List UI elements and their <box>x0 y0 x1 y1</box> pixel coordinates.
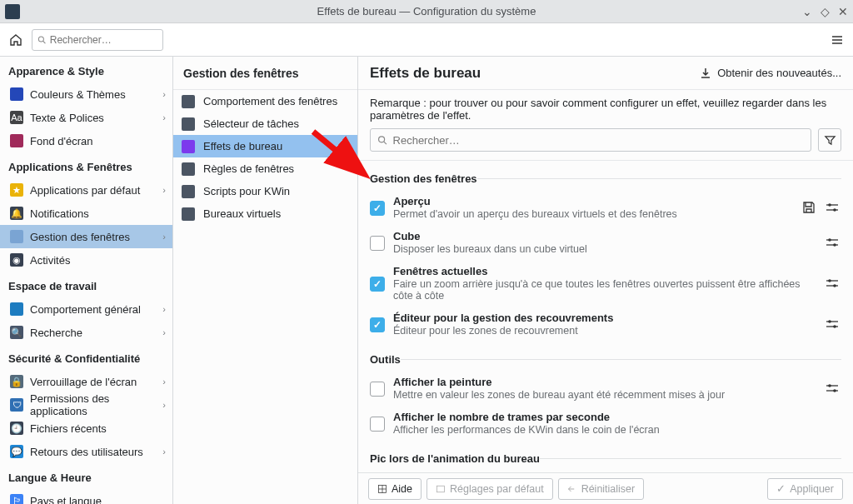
chevron-right-icon: › <box>162 89 166 99</box>
effects-list[interactable]: Gestion des fenêtresAperçuPermet d'avoir… <box>358 161 853 472</box>
svg-point-2 <box>379 136 385 142</box>
effect-checkbox[interactable] <box>370 201 385 216</box>
footer: Aide Réglages par défaut Réinitialiser ✓… <box>358 472 853 504</box>
effect-row: AperçuPermet d'avoir un aperçu des burea… <box>370 190 841 225</box>
reset-button[interactable]: Réinitialiser <box>558 478 645 500</box>
window-controls: ⌄ ◇ ✕ <box>802 5 848 18</box>
maximize-icon[interactable]: ◇ <box>821 5 830 18</box>
sidebar-item[interactable]: Comportement général› <box>0 297 172 321</box>
module-item-label: Comportement des fenêtres <box>203 95 349 107</box>
sidebar-item[interactable]: 🏳Pays et langue <box>0 489 172 504</box>
sidebar-item[interactable]: ◉Activités <box>0 248 172 272</box>
sidebar-item[interactable]: 🔒Verrouillage de l'écran› <box>0 370 172 393</box>
svg-line-1 <box>43 41 46 43</box>
toolbar-search[interactable] <box>32 29 163 51</box>
sidebar-item-label: Fond d'écran <box>30 135 166 147</box>
svg-line-3 <box>384 142 387 144</box>
effect-checkbox[interactable] <box>370 317 385 332</box>
apply-button[interactable]: ✓ Appliquer <box>767 478 843 500</box>
defaults-button[interactable]: Réglages par défaut <box>426 478 553 500</box>
effect-row: CubeDisposer les bureaux dans un cube vi… <box>370 225 841 260</box>
sidebar-item-icon: ★ <box>10 183 23 197</box>
effect-row: Éditeur pour la gestion des recouvrement… <box>370 307 841 342</box>
sidebar-item[interactable]: AaTexte & Polices› <box>0 106 172 129</box>
module-item[interactable]: Effets de bureau <box>173 135 357 157</box>
settings-icon[interactable] <box>823 274 841 292</box>
sidebar-item-label: Comportement général <box>30 303 156 316</box>
effect-row: Afficher le nombre de trames par seconde… <box>370 406 841 441</box>
sidebar-item-label: Recherche <box>30 327 156 339</box>
settings-icon[interactable] <box>823 198 841 217</box>
effects-search-input[interactable] <box>393 134 804 147</box>
module-item[interactable]: Bureaux virtuels <box>173 202 357 225</box>
module-item-label: Règles de fenêtres <box>203 162 349 175</box>
sidebar-item[interactable]: 🛡Permissions des applications› <box>0 393 172 417</box>
effect-checkbox[interactable] <box>370 417 385 432</box>
sidebar-item-icon <box>10 134 23 147</box>
chevron-right-icon: › <box>162 377 166 387</box>
effect-row: Les yeux sur l'écranAspirer les fenêtres… <box>370 470 841 472</box>
sidebar-item-icon <box>10 230 23 243</box>
sidebar-item-label: Retours des utilisateurs <box>30 446 156 458</box>
hamburger-button[interactable] <box>826 29 848 51</box>
module-item-icon <box>182 95 195 108</box>
effect-desc: Afficher les performances de KWin dans l… <box>393 424 841 436</box>
effect-checkbox[interactable] <box>370 382 385 397</box>
get-news-button[interactable]: Obtenir des nouveautés... <box>699 67 841 80</box>
chevron-right-icon: › <box>162 112 166 122</box>
section-title: Gestion des fenêtres <box>370 172 477 185</box>
effects-search[interactable] <box>370 128 811 152</box>
sidebar-item-icon <box>10 302 23 316</box>
close-icon[interactable]: ✕ <box>838 5 848 18</box>
sidebar-item[interactable]: Fond d'écran <box>0 129 172 152</box>
sidebar-item[interactable]: Gestion des fenêtres› <box>0 225 172 248</box>
effect-row: Fenêtres actuellesFaire un zoom arrière … <box>370 260 841 307</box>
top-toolbar <box>0 23 853 57</box>
effect-title: Cube <box>393 230 815 242</box>
sidebar-item-icon: 💬 <box>10 445 23 458</box>
home-button[interactable] <box>5 29 27 51</box>
window-title: Effets de bureau — Configuration du syst… <box>317 5 536 17</box>
module-sidebar: Gestion des fenêtres Comportement des fe… <box>173 57 358 504</box>
sidebar-item[interactable]: 🕘Fichiers récents <box>0 417 172 440</box>
module-item[interactable]: Sélecteur de tâches <box>173 112 357 135</box>
minimize-icon[interactable]: ⌄ <box>802 5 812 18</box>
module-item-icon <box>182 140 195 153</box>
filter-button[interactable] <box>818 128 841 152</box>
module-item[interactable]: Comportement des fenêtres <box>173 90 357 112</box>
module-item-icon <box>182 185 195 198</box>
sidebar-item[interactable]: 💬Retours des utilisateurs› <box>0 440 172 463</box>
settings-icon[interactable] <box>823 379 841 397</box>
sidebar-item[interactable]: Couleurs & Thèmes› <box>0 82 172 106</box>
window-titlebar: Effets de bureau — Configuration du syst… <box>0 0 853 23</box>
sidebar-item-label: Texte & Polices <box>30 112 156 124</box>
module-item-icon <box>182 117 195 131</box>
sidebar-item-icon: 🕘 <box>10 422 23 435</box>
sidebar-item-label: Fichiers récents <box>30 422 166 435</box>
effect-checkbox[interactable] <box>370 277 385 292</box>
module-item-icon <box>182 162 195 176</box>
sidebar-item[interactable]: 🔔Notifications <box>0 202 172 225</box>
help-button[interactable]: Aide <box>368 478 422 500</box>
module-item[interactable]: Scripts pour KWin <box>173 180 357 202</box>
module-sidebar-header: Gestion des fenêtres <box>173 57 357 90</box>
effect-desc: Mettre en valeur les zones de bureau aya… <box>393 389 815 401</box>
sidebar-item-icon: 🔍 <box>10 326 23 339</box>
category-header: Apparence & Style <box>0 57 172 82</box>
effect-checkbox[interactable] <box>370 236 385 251</box>
sidebar-item-icon: Aa <box>10 111 23 124</box>
sidebar-item-icon: 🔒 <box>10 375 23 388</box>
settings-icon[interactable] <box>823 233 841 252</box>
toolbar-search-input[interactable] <box>50 34 157 46</box>
module-item[interactable]: Règles de fenêtres <box>173 157 357 180</box>
sidebar-item[interactable]: 🔍Recherche› <box>0 321 172 344</box>
settings-icon[interactable] <box>823 315 841 333</box>
svg-point-0 <box>38 36 43 41</box>
effect-desc: Éditeur pour les zones de recouvrement <box>393 325 815 337</box>
help-icon <box>377 484 387 494</box>
chevron-right-icon: › <box>162 447 166 457</box>
save-icon[interactable] <box>800 198 818 217</box>
sidebar-item[interactable]: ★Applications par défaut› <box>0 178 172 202</box>
module-item-label: Bureaux virtuels <box>203 207 349 220</box>
remark-bar: Remarque : pour trouver ou pour savoir c… <box>358 90 853 161</box>
